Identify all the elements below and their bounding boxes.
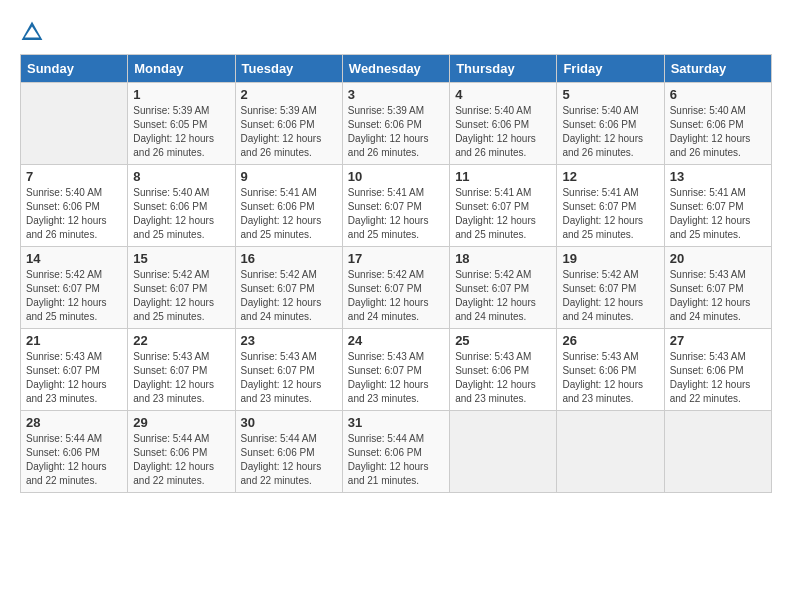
calendar-day-cell: 21Sunrise: 5:43 AM Sunset: 6:07 PM Dayli… xyxy=(21,329,128,411)
day-info: Sunrise: 5:41 AM Sunset: 6:07 PM Dayligh… xyxy=(670,186,766,242)
calendar-day-header: Sunday xyxy=(21,55,128,83)
day-info: Sunrise: 5:43 AM Sunset: 6:07 PM Dayligh… xyxy=(670,268,766,324)
calendar-day-header: Tuesday xyxy=(235,55,342,83)
calendar-day-cell: 15Sunrise: 5:42 AM Sunset: 6:07 PM Dayli… xyxy=(128,247,235,329)
day-number: 15 xyxy=(133,251,229,266)
day-info: Sunrise: 5:40 AM Sunset: 6:06 PM Dayligh… xyxy=(562,104,658,160)
day-number: 25 xyxy=(455,333,551,348)
day-number: 19 xyxy=(562,251,658,266)
calendar-day-cell: 18Sunrise: 5:42 AM Sunset: 6:07 PM Dayli… xyxy=(450,247,557,329)
calendar-day-cell xyxy=(21,83,128,165)
calendar-day-cell: 1Sunrise: 5:39 AM Sunset: 6:05 PM Daylig… xyxy=(128,83,235,165)
calendar-week-row: 1Sunrise: 5:39 AM Sunset: 6:05 PM Daylig… xyxy=(21,83,772,165)
day-info: Sunrise: 5:43 AM Sunset: 6:06 PM Dayligh… xyxy=(670,350,766,406)
calendar-day-cell: 8Sunrise: 5:40 AM Sunset: 6:06 PM Daylig… xyxy=(128,165,235,247)
day-info: Sunrise: 5:41 AM Sunset: 6:07 PM Dayligh… xyxy=(455,186,551,242)
day-info: Sunrise: 5:42 AM Sunset: 6:07 PM Dayligh… xyxy=(348,268,444,324)
day-number: 10 xyxy=(348,169,444,184)
day-number: 5 xyxy=(562,87,658,102)
day-number: 6 xyxy=(670,87,766,102)
calendar-day-cell: 12Sunrise: 5:41 AM Sunset: 6:07 PM Dayli… xyxy=(557,165,664,247)
calendar-day-cell: 10Sunrise: 5:41 AM Sunset: 6:07 PM Dayli… xyxy=(342,165,449,247)
calendar-week-row: 28Sunrise: 5:44 AM Sunset: 6:06 PM Dayli… xyxy=(21,411,772,493)
day-number: 16 xyxy=(241,251,337,266)
day-number: 28 xyxy=(26,415,122,430)
calendar-day-cell: 7Sunrise: 5:40 AM Sunset: 6:06 PM Daylig… xyxy=(21,165,128,247)
calendar-day-cell xyxy=(450,411,557,493)
day-number: 24 xyxy=(348,333,444,348)
calendar-day-header: Wednesday xyxy=(342,55,449,83)
day-info: Sunrise: 5:43 AM Sunset: 6:07 PM Dayligh… xyxy=(348,350,444,406)
calendar-day-cell: 3Sunrise: 5:39 AM Sunset: 6:06 PM Daylig… xyxy=(342,83,449,165)
day-number: 23 xyxy=(241,333,337,348)
day-info: Sunrise: 5:44 AM Sunset: 6:06 PM Dayligh… xyxy=(26,432,122,488)
calendar-body: 1Sunrise: 5:39 AM Sunset: 6:05 PM Daylig… xyxy=(21,83,772,493)
day-info: Sunrise: 5:42 AM Sunset: 6:07 PM Dayligh… xyxy=(26,268,122,324)
calendar-day-cell: 9Sunrise: 5:41 AM Sunset: 6:06 PM Daylig… xyxy=(235,165,342,247)
day-number: 27 xyxy=(670,333,766,348)
calendar-day-header: Saturday xyxy=(664,55,771,83)
calendar-day-cell: 24Sunrise: 5:43 AM Sunset: 6:07 PM Dayli… xyxy=(342,329,449,411)
calendar-day-cell: 4Sunrise: 5:40 AM Sunset: 6:06 PM Daylig… xyxy=(450,83,557,165)
calendar-week-row: 14Sunrise: 5:42 AM Sunset: 6:07 PM Dayli… xyxy=(21,247,772,329)
day-info: Sunrise: 5:41 AM Sunset: 6:07 PM Dayligh… xyxy=(348,186,444,242)
day-info: Sunrise: 5:43 AM Sunset: 6:07 PM Dayligh… xyxy=(241,350,337,406)
logo xyxy=(20,20,48,44)
calendar-day-cell xyxy=(664,411,771,493)
day-number: 12 xyxy=(562,169,658,184)
day-info: Sunrise: 5:40 AM Sunset: 6:06 PM Dayligh… xyxy=(26,186,122,242)
calendar-day-cell: 25Sunrise: 5:43 AM Sunset: 6:06 PM Dayli… xyxy=(450,329,557,411)
calendar-header-row: SundayMondayTuesdayWednesdayThursdayFrid… xyxy=(21,55,772,83)
calendar-day-cell: 30Sunrise: 5:44 AM Sunset: 6:06 PM Dayli… xyxy=(235,411,342,493)
day-info: Sunrise: 5:41 AM Sunset: 6:07 PM Dayligh… xyxy=(562,186,658,242)
day-info: Sunrise: 5:43 AM Sunset: 6:06 PM Dayligh… xyxy=(562,350,658,406)
day-info: Sunrise: 5:39 AM Sunset: 6:05 PM Dayligh… xyxy=(133,104,229,160)
day-number: 21 xyxy=(26,333,122,348)
day-info: Sunrise: 5:40 AM Sunset: 6:06 PM Dayligh… xyxy=(133,186,229,242)
calendar-day-cell: 20Sunrise: 5:43 AM Sunset: 6:07 PM Dayli… xyxy=(664,247,771,329)
day-number: 14 xyxy=(26,251,122,266)
day-info: Sunrise: 5:42 AM Sunset: 6:07 PM Dayligh… xyxy=(455,268,551,324)
day-number: 26 xyxy=(562,333,658,348)
day-number: 7 xyxy=(26,169,122,184)
day-info: Sunrise: 5:44 AM Sunset: 6:06 PM Dayligh… xyxy=(241,432,337,488)
calendar-week-row: 7Sunrise: 5:40 AM Sunset: 6:06 PM Daylig… xyxy=(21,165,772,247)
day-info: Sunrise: 5:43 AM Sunset: 6:07 PM Dayligh… xyxy=(26,350,122,406)
calendar-day-cell: 11Sunrise: 5:41 AM Sunset: 6:07 PM Dayli… xyxy=(450,165,557,247)
day-number: 29 xyxy=(133,415,229,430)
logo-icon xyxy=(20,20,44,44)
day-number: 4 xyxy=(455,87,551,102)
day-number: 13 xyxy=(670,169,766,184)
day-number: 11 xyxy=(455,169,551,184)
calendar-week-row: 21Sunrise: 5:43 AM Sunset: 6:07 PM Dayli… xyxy=(21,329,772,411)
day-info: Sunrise: 5:40 AM Sunset: 6:06 PM Dayligh… xyxy=(670,104,766,160)
calendar-day-cell: 27Sunrise: 5:43 AM Sunset: 6:06 PM Dayli… xyxy=(664,329,771,411)
day-info: Sunrise: 5:44 AM Sunset: 6:06 PM Dayligh… xyxy=(348,432,444,488)
day-number: 22 xyxy=(133,333,229,348)
calendar-day-cell: 29Sunrise: 5:44 AM Sunset: 6:06 PM Dayli… xyxy=(128,411,235,493)
calendar-day-header: Thursday xyxy=(450,55,557,83)
calendar-day-cell: 5Sunrise: 5:40 AM Sunset: 6:06 PM Daylig… xyxy=(557,83,664,165)
calendar-day-cell: 13Sunrise: 5:41 AM Sunset: 6:07 PM Dayli… xyxy=(664,165,771,247)
calendar-day-cell xyxy=(557,411,664,493)
day-info: Sunrise: 5:42 AM Sunset: 6:07 PM Dayligh… xyxy=(562,268,658,324)
day-number: 30 xyxy=(241,415,337,430)
day-number: 3 xyxy=(348,87,444,102)
day-number: 8 xyxy=(133,169,229,184)
day-info: Sunrise: 5:39 AM Sunset: 6:06 PM Dayligh… xyxy=(348,104,444,160)
day-number: 17 xyxy=(348,251,444,266)
day-number: 2 xyxy=(241,87,337,102)
calendar-day-header: Friday xyxy=(557,55,664,83)
calendar-day-cell: 23Sunrise: 5:43 AM Sunset: 6:07 PM Dayli… xyxy=(235,329,342,411)
day-info: Sunrise: 5:43 AM Sunset: 6:06 PM Dayligh… xyxy=(455,350,551,406)
day-number: 9 xyxy=(241,169,337,184)
calendar-day-cell: 31Sunrise: 5:44 AM Sunset: 6:06 PM Dayli… xyxy=(342,411,449,493)
calendar-day-cell: 2Sunrise: 5:39 AM Sunset: 6:06 PM Daylig… xyxy=(235,83,342,165)
calendar-day-cell: 26Sunrise: 5:43 AM Sunset: 6:06 PM Dayli… xyxy=(557,329,664,411)
day-info: Sunrise: 5:44 AM Sunset: 6:06 PM Dayligh… xyxy=(133,432,229,488)
calendar-day-cell: 6Sunrise: 5:40 AM Sunset: 6:06 PM Daylig… xyxy=(664,83,771,165)
day-number: 18 xyxy=(455,251,551,266)
page-header xyxy=(20,20,772,44)
day-info: Sunrise: 5:39 AM Sunset: 6:06 PM Dayligh… xyxy=(241,104,337,160)
calendar-day-cell: 16Sunrise: 5:42 AM Sunset: 6:07 PM Dayli… xyxy=(235,247,342,329)
